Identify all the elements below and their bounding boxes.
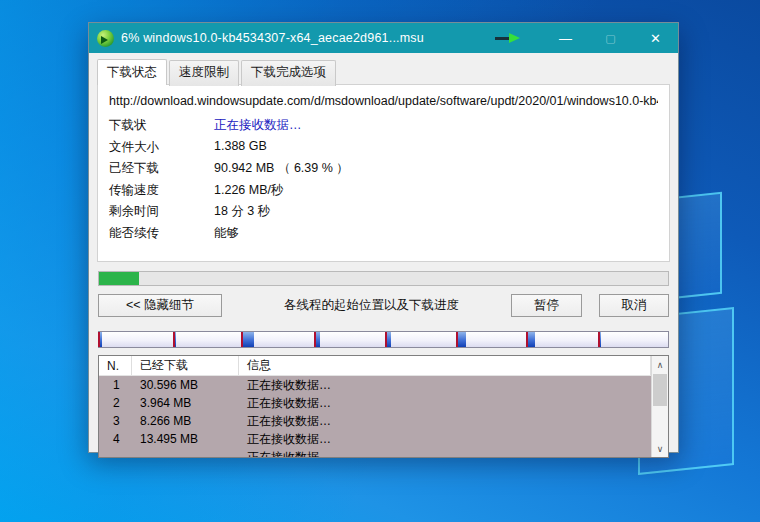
- field-value: 1.388 GB: [214, 139, 658, 156]
- cell-n: 2: [99, 396, 132, 410]
- scroll-down-icon[interactable]: ∨: [652, 440, 668, 457]
- field-label: 传输速度: [109, 182, 214, 199]
- threads-caption: 各线程的起始位置以及下载进度: [284, 297, 459, 314]
- window-title: 6% windows10.0-kb4534307-x64_aecae2d961.…: [121, 31, 424, 45]
- cell-n: 3: [99, 414, 132, 428]
- download-progress-window: 6% windows10.0-kb4534307-x64_aecae2d961.…: [88, 22, 679, 453]
- controls-row: << 隐藏细节 各线程的起始位置以及下载进度 暂停 取消: [98, 294, 669, 317]
- table-row[interactable]: 正在接收数据…: [99, 448, 651, 457]
- maximize-button[interactable]: ▢: [588, 23, 633, 53]
- scroll-up-icon[interactable]: ∧: [652, 356, 668, 373]
- overall-progress-bar: [98, 271, 669, 286]
- close-button[interactable]: ✕: [633, 23, 678, 53]
- thread-start-tick: [173, 332, 175, 347]
- cell-info: 正在接收数据…: [239, 413, 651, 430]
- minimize-button[interactable]: —: [543, 23, 588, 53]
- field-label: 已经下载: [109, 160, 214, 177]
- col-header-info[interactable]: 信息: [239, 356, 651, 375]
- cell-info: 正在接收数据…: [239, 395, 651, 412]
- download-url: http://download.windowsupdate.com/d/msdo…: [109, 94, 658, 108]
- thread-progress-bar: [98, 331, 669, 348]
- thread-start-tick: [385, 332, 387, 347]
- cell-size: 8.266 MB: [132, 414, 239, 428]
- cell-info: 正在接收数据…: [239, 431, 651, 448]
- field-value: 1.226 MB/秒: [214, 182, 658, 199]
- field-label: 下载状: [109, 117, 214, 134]
- field-value: 18 分 3 秒: [214, 203, 658, 220]
- thread-start-tick: [598, 332, 600, 347]
- col-header-n[interactable]: N.: [99, 356, 132, 375]
- field-label: 文件大小: [109, 139, 214, 156]
- scroll-thumb[interactable]: [653, 374, 667, 406]
- thread-start-tick: [526, 332, 528, 347]
- idm-app-icon: [97, 30, 114, 47]
- col-header-size[interactable]: 已经下载: [132, 356, 239, 375]
- status-fields: 下载状正在接收数据…文件大小1.388 GB已经下载90.942 MB （ 6.…: [109, 117, 658, 242]
- table-row[interactable]: 38.266 MB正在接收数据…: [99, 412, 651, 430]
- cancel-button[interactable]: 取消: [599, 294, 669, 317]
- hide-details-button[interactable]: << 隐藏细节: [98, 294, 222, 317]
- tab-on-complete[interactable]: 下载完成选项: [241, 60, 336, 86]
- thread-start-tick: [98, 332, 100, 347]
- cell-info: 正在接收数据…: [239, 449, 651, 458]
- threads-table-header: N. 已经下载 信息: [99, 356, 668, 376]
- cell-size: 13.495 MB: [132, 432, 239, 446]
- cell-size: 30.596 MB: [132, 378, 239, 392]
- tabstrip: 下载状态速度限制下载完成选项: [89, 53, 678, 84]
- thread-start-tick: [456, 332, 458, 347]
- field-label: 能否续传: [109, 225, 214, 242]
- field-value: 90.942 MB （ 6.39 % ）: [214, 160, 658, 177]
- overall-progress-fill: [99, 272, 139, 285]
- cell-info: 正在接收数据…: [239, 377, 651, 394]
- cell-n: 1: [99, 378, 132, 392]
- table-row[interactable]: 130.596 MB正在接收数据…: [99, 376, 651, 394]
- thread-start-tick: [314, 332, 316, 347]
- field-value: 能够: [214, 225, 658, 242]
- thread-start-tick: [241, 332, 243, 347]
- titlebar[interactable]: 6% windows10.0-kb4534307-x64_aecae2d961.…: [89, 23, 678, 53]
- field-value: 正在接收数据…: [214, 117, 658, 134]
- pause-button[interactable]: 暂停: [511, 294, 582, 317]
- start-queue-arrow-icon[interactable]: [495, 33, 521, 43]
- tab-speed-limit[interactable]: 速度限制: [169, 60, 239, 86]
- field-label: 剩余时间: [109, 203, 214, 220]
- table-row[interactable]: 413.495 MB正在接收数据…: [99, 430, 651, 448]
- thread-downloaded-segment: [242, 332, 253, 347]
- table-row[interactable]: 23.964 MB正在接收数据…: [99, 394, 651, 412]
- download-status-panel: http://download.windowsupdate.com/d/msdo…: [97, 84, 670, 262]
- tab-download-status[interactable]: 下载状态: [97, 59, 167, 85]
- thread-downloaded-segment: [527, 332, 536, 347]
- table-scrollbar[interactable]: ∧ ∨: [651, 356, 668, 457]
- threads-table-body: 130.596 MB正在接收数据…23.964 MB正在接收数据…38.266 …: [99, 376, 651, 457]
- thread-downloaded-segment: [457, 332, 466, 347]
- arrow-head: [509, 33, 520, 43]
- cell-n: 4: [99, 432, 132, 446]
- cell-size: 3.964 MB: [132, 396, 239, 410]
- threads-table: N. 已经下载 信息 130.596 MB正在接收数据…23.964 MB正在接…: [98, 355, 669, 458]
